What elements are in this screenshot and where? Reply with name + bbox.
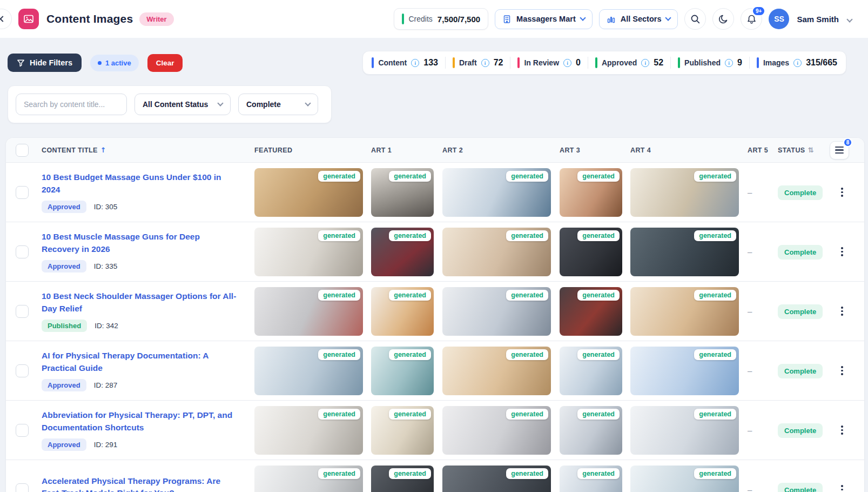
art2-image[interactable]: generated	[442, 347, 551, 395]
featured-image[interactable]: generated	[254, 168, 363, 217]
art4-image[interactable]: generated	[630, 287, 739, 336]
image-icon	[23, 14, 34, 24]
row-checkbox[interactable]	[16, 245, 29, 258]
info-icon[interactable]: i	[411, 59, 419, 67]
row-menu-button[interactable]	[830, 423, 854, 437]
generated-badge: generated	[506, 230, 548, 241]
column-art5: ART 5	[748, 147, 778, 154]
art1-image[interactable]: generated	[371, 287, 434, 336]
art5-empty: –	[748, 425, 752, 435]
art4-image[interactable]: generated	[630, 228, 739, 276]
back-button[interactable]	[0, 9, 12, 29]
clear-filters-button[interactable]: Clear	[147, 54, 183, 72]
image-status-select[interactable]: Complete	[238, 94, 318, 115]
row-menu-button[interactable]	[830, 304, 854, 318]
hide-filters-button[interactable]: Hide Filters	[8, 54, 82, 72]
generated-badge: generated	[318, 468, 360, 479]
row-menu-button[interactable]	[830, 364, 854, 377]
row-menu-button[interactable]	[830, 245, 854, 258]
content-status-select[interactable]: All Content Status	[134, 94, 231, 115]
content-table: CONTENT TITLE↑ FEATURED ART 1 ART 2 ART …	[5, 137, 865, 492]
art1-image[interactable]: generated	[371, 466, 434, 492]
row-checkbox[interactable]	[16, 483, 29, 492]
notifications-button[interactable]: 9+	[741, 8, 762, 30]
image-status-pill: Complete	[778, 423, 823, 438]
info-icon[interactable]: i	[725, 59, 733, 67]
workspace-selector[interactable]: Massagers Mart	[495, 9, 593, 29]
column-settings-button[interactable]: 8	[830, 141, 849, 159]
image-status-pill: Complete	[778, 185, 823, 200]
art5-empty: –	[748, 485, 752, 492]
credits-bar-icon	[402, 14, 404, 24]
table-row: Abbreviation for Physical Therapy: PT, D…	[6, 401, 864, 460]
art4-image[interactable]: generated	[630, 168, 739, 217]
art2-image[interactable]: generated	[442, 466, 551, 492]
stat-content: Content i 133	[372, 57, 438, 68]
featured-image[interactable]: generated	[254, 406, 363, 455]
content-title-link[interactable]: Abbreviation for Physical Therapy: PT, D…	[42, 409, 239, 434]
stat-images: Images i 315/665	[757, 57, 837, 68]
info-icon[interactable]: i	[793, 59, 802, 67]
art1-image[interactable]: generated	[371, 406, 434, 455]
art1-image[interactable]: generated	[371, 168, 434, 217]
content-title-link[interactable]: 10 Best Neck Shoulder Massager Options f…	[42, 290, 239, 315]
art2-image[interactable]: generated	[442, 287, 551, 336]
art3-image[interactable]: generated	[560, 168, 622, 217]
stat-bar-icon	[757, 57, 759, 68]
row-checkbox[interactable]	[16, 364, 29, 377]
status-badge: Published	[42, 320, 87, 332]
column-status[interactable]: STATUS⇅	[778, 146, 830, 154]
art3-image[interactable]: generated	[560, 406, 622, 455]
row-menu-button[interactable]	[830, 483, 854, 492]
info-icon[interactable]: i	[481, 59, 489, 67]
row-menu-button[interactable]	[830, 185, 854, 199]
content-title-link[interactable]: 10 Best Budget Massage Guns Under $100 i…	[42, 171, 239, 196]
credits-value: 7,500/7,500	[438, 15, 480, 24]
search-input[interactable]	[16, 94, 127, 115]
featured-image[interactable]: generated	[254, 228, 363, 276]
art2-image[interactable]: generated	[442, 228, 551, 276]
art3-image[interactable]: generated	[560, 287, 622, 336]
active-filters-badge: 1 active	[90, 55, 139, 71]
art1-image[interactable]: generated	[371, 347, 434, 395]
art4-image[interactable]: generated	[630, 347, 739, 395]
featured-image[interactable]: generated	[254, 347, 363, 395]
generated-badge: generated	[577, 230, 620, 241]
funnel-icon	[17, 59, 25, 67]
content-title-link[interactable]: AI for Physical Therapy Documentation: A…	[42, 350, 239, 374]
art1-image[interactable]: generated	[371, 228, 434, 276]
featured-image[interactable]: generated	[254, 287, 363, 336]
art4-image[interactable]: generated	[630, 406, 739, 455]
divider	[588, 57, 588, 69]
generated-badge: generated	[389, 230, 431, 241]
search-button[interactable]	[684, 8, 706, 30]
row-checkbox[interactable]	[16, 186, 29, 199]
art2-image[interactable]: generated	[442, 406, 551, 455]
art2-image[interactable]: generated	[442, 168, 551, 217]
info-icon[interactable]: i	[641, 59, 649, 67]
content-title-link[interactable]: Accelerated Physical Therapy Programs: A…	[42, 475, 239, 492]
art3-image[interactable]: generated	[560, 466, 622, 492]
avatar[interactable]: SS	[769, 9, 789, 29]
content-title-link[interactable]: 10 Best Muscle Massage Guns for Deep Rec…	[42, 231, 239, 255]
art3-image[interactable]: generated	[560, 228, 622, 276]
info-icon[interactable]: i	[563, 59, 571, 67]
generated-badge: generated	[694, 468, 736, 479]
search-filter-panel: All Content Status Complete	[8, 85, 332, 123]
sector-selector[interactable]: All Sectors	[599, 9, 678, 29]
column-featured: FEATURED	[254, 147, 371, 154]
row-checkbox[interactable]	[16, 305, 29, 318]
generated-badge: generated	[577, 409, 620, 420]
user-menu-button[interactable]	[845, 12, 854, 26]
sort-ascending-icon: ↑	[100, 146, 106, 154]
status-badge: Approved	[42, 260, 86, 272]
dark-mode-toggle[interactable]	[712, 8, 734, 30]
featured-image[interactable]: generated	[254, 466, 363, 492]
art3-image[interactable]: generated	[560, 347, 622, 395]
art4-image[interactable]: generated	[630, 466, 739, 492]
filter-toolbar: Hide Filters 1 active Clear Content i 13…	[0, 51, 868, 75]
row-checkbox[interactable]	[16, 424, 29, 437]
active-filters-label: 1 active	[105, 59, 131, 67]
column-content-title[interactable]: CONTENT TITLE↑	[42, 146, 254, 154]
select-all-checkbox[interactable]	[16, 144, 29, 157]
